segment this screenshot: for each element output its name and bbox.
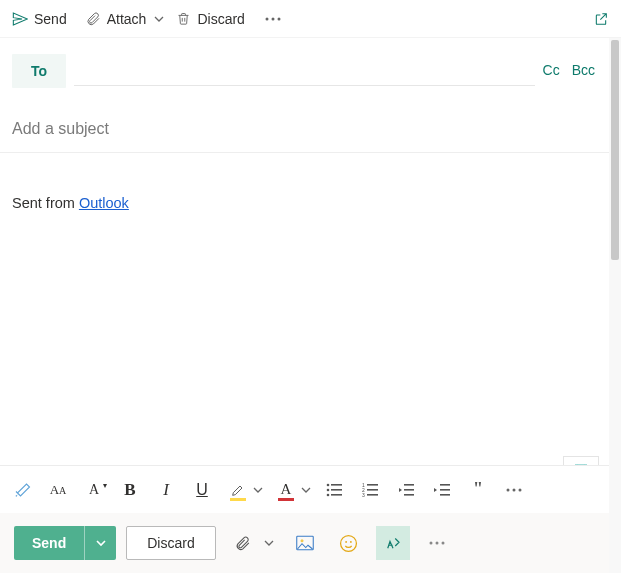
ellipsis-icon: [429, 541, 445, 545]
send-split-button: Send: [14, 526, 116, 560]
attach-label: Attach: [107, 11, 147, 27]
toggle-format-bar-button[interactable]: [376, 526, 410, 560]
bold-button[interactable]: B: [114, 473, 146, 507]
popout-button[interactable]: [585, 2, 617, 36]
font-color-dropdown[interactable]: [298, 473, 314, 507]
scrollbar[interactable]: [609, 38, 621, 573]
attach-button[interactable]: Attach: [77, 2, 155, 36]
svg-point-25: [300, 539, 303, 542]
svg-rect-16: [404, 489, 414, 491]
svg-point-0: [265, 17, 268, 20]
cc-button[interactable]: Cc: [543, 62, 560, 78]
font-size-button[interactable]: A▾: [78, 473, 110, 507]
cc-bcc-group: Cc Bcc: [543, 62, 595, 80]
ellipsis-icon: [265, 17, 281, 21]
picture-icon: [296, 535, 314, 551]
bold-icon: B: [124, 480, 135, 500]
footer-attach-dropdown[interactable]: [260, 526, 278, 560]
indent-button[interactable]: [426, 473, 458, 507]
paperclip-icon: [85, 11, 101, 27]
recipients-row: To Cc Bcc: [0, 46, 609, 88]
format-painter-icon: [13, 481, 31, 499]
svg-point-7: [327, 493, 330, 496]
emoji-button[interactable]: [332, 526, 366, 560]
svg-rect-10: [367, 484, 378, 486]
svg-point-28: [350, 540, 352, 542]
outdent-button[interactable]: [390, 473, 422, 507]
italic-button[interactable]: I: [150, 473, 182, 507]
svg-point-23: [519, 488, 522, 491]
discard-button[interactable]: Discard: [168, 2, 252, 36]
discard-label: Discard: [197, 11, 244, 27]
to-input[interactable]: [74, 56, 535, 86]
trash-icon: [176, 11, 191, 26]
footer-send-dropdown[interactable]: [84, 526, 116, 560]
attach-dropdown[interactable]: [150, 2, 166, 36]
more-actions-button[interactable]: [255, 2, 291, 36]
format-painter-button[interactable]: [6, 473, 38, 507]
send-icon: [12, 11, 28, 27]
message-body[interactable]: Sent from Outlook: [0, 153, 609, 398]
svg-point-29: [429, 542, 432, 545]
format-toolbar: AA A▾ B I U: [0, 465, 609, 513]
underline-button[interactable]: U: [186, 473, 218, 507]
numbered-list-button[interactable]: 123: [354, 473, 386, 507]
compose-area: To Cc Bcc Sent from Outlook: [0, 38, 621, 573]
bullet-list-button[interactable]: [318, 473, 350, 507]
chevron-down-icon: [253, 485, 263, 495]
scrollbar-thumb[interactable]: [611, 40, 619, 260]
bcc-button[interactable]: Bcc: [572, 62, 595, 78]
numbered-list-icon: 123: [362, 483, 378, 497]
outdent-icon: [398, 483, 414, 497]
chevron-down-icon: [96, 538, 106, 548]
ellipsis-icon: [506, 488, 522, 492]
font-size-icon: A▾: [89, 482, 99, 498]
indent-icon: [434, 483, 450, 497]
to-button[interactable]: To: [12, 54, 66, 88]
send-label: Send: [34, 11, 67, 27]
svg-rect-20: [440, 494, 450, 496]
svg-point-2: [277, 17, 280, 20]
formatting-icon: [384, 534, 402, 552]
svg-point-27: [345, 540, 347, 542]
to-label: To: [31, 63, 47, 79]
footer-more-button[interactable]: [420, 526, 454, 560]
svg-rect-19: [440, 489, 450, 491]
quote-button[interactable]: ": [462, 473, 494, 507]
svg-rect-6: [331, 489, 342, 491]
quote-icon: ": [473, 479, 483, 500]
svg-point-3: [327, 483, 330, 486]
highlight-color-swatch: [230, 498, 246, 501]
insert-picture-button[interactable]: [288, 526, 322, 560]
highlight-icon: [230, 482, 246, 498]
svg-rect-8: [331, 494, 342, 496]
subject-row: [0, 94, 609, 153]
font-icon: AA: [50, 482, 67, 498]
svg-point-31: [441, 542, 444, 545]
popout-icon: [593, 11, 609, 27]
compose-footer: Send Discard: [0, 513, 609, 573]
format-more-button[interactable]: [498, 473, 530, 507]
font-color-icon: A: [281, 481, 292, 498]
emoji-icon: [339, 534, 358, 553]
footer-attach-button[interactable]: [226, 526, 260, 560]
chevron-down-icon: [301, 485, 311, 495]
subject-input[interactable]: [12, 116, 595, 142]
svg-point-21: [507, 488, 510, 491]
footer-send-button[interactable]: Send: [14, 526, 84, 560]
chevron-down-icon: [264, 538, 274, 548]
highlight-dropdown[interactable]: [250, 473, 266, 507]
svg-point-30: [435, 542, 438, 545]
footer-discard-button[interactable]: Discard: [126, 526, 215, 560]
send-button[interactable]: Send: [4, 2, 75, 36]
svg-point-26: [341, 535, 357, 551]
svg-point-22: [513, 488, 516, 491]
svg-text:3: 3: [362, 492, 365, 497]
chevron-down-icon: [154, 14, 164, 24]
underline-icon: U: [196, 481, 208, 499]
font-button[interactable]: AA: [42, 473, 74, 507]
svg-rect-18: [440, 484, 450, 486]
paperclip-icon: [234, 535, 251, 552]
signature-link[interactable]: Outlook: [79, 195, 129, 211]
signature-prefix: Sent from: [12, 195, 79, 211]
